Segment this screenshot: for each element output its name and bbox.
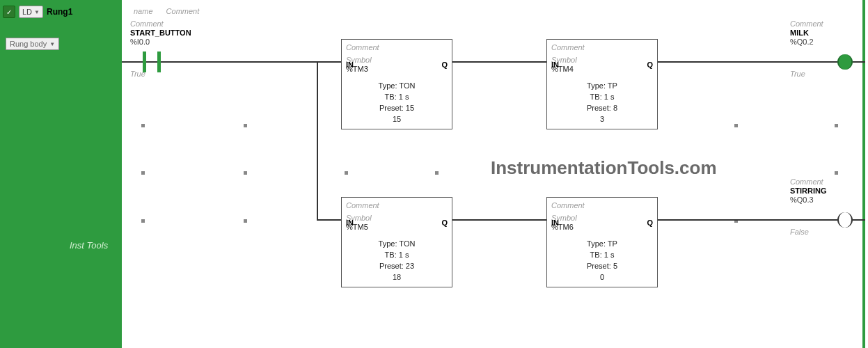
fb-q-label: Q [441, 61, 448, 69]
watermark: InstrumentationTools.com [491, 157, 717, 179]
contact-no[interactable] [143, 54, 161, 70]
fb-symbol-hint: Symbol [342, 52, 452, 65]
wire [122, 61, 143, 63]
fb-address: %TM6 [547, 223, 657, 235]
coil-milk-state: True [790, 70, 805, 79]
fb-tb: TB: 1 s [342, 91, 452, 102]
grid-dot [835, 171, 838, 175]
wire [334, 61, 341, 63]
fb-address: %TM3 [342, 65, 452, 77]
fb-current: 3 [547, 113, 657, 125]
fb-type: Type: TON [342, 238, 452, 249]
coil-stirring[interactable] [837, 212, 853, 228]
fb-q-label: Q [647, 219, 653, 227]
timer-tm6[interactable]: Comment Symbol %TM6 IN Q Type: TP TB: 1 … [546, 197, 658, 287]
fb-symbol-hint: Symbol [547, 52, 657, 65]
fb-comment: Comment [547, 40, 657, 52]
grid-dot [244, 124, 247, 127]
coil-comment: Comment [790, 19, 823, 29]
wire [853, 219, 865, 221]
fb-current: 18 [342, 271, 452, 283]
coil-milk-labels: Comment MILK %Q0.2 [790, 19, 823, 47]
grid-dot [141, 171, 145, 175]
fb-comment: Comment [342, 198, 452, 210]
rung-title: Rung1 [47, 7, 72, 17]
coil-name: MILK [790, 29, 823, 38]
coil-address: %Q0.3 [790, 196, 827, 205]
wire [658, 61, 837, 63]
timer-tm5[interactable]: Comment Symbol %TM5 IN Q Type: TON TB: 1… [341, 197, 452, 287]
fb-type: Type: TP [547, 80, 657, 91]
wire [317, 219, 341, 221]
fb-preset: Preset: 15 [342, 102, 452, 113]
contact-state: True [130, 70, 145, 79]
language-label: LD [22, 7, 32, 17]
wire [452, 61, 546, 63]
coil-name: STIRRING [790, 187, 827, 196]
coil-milk[interactable] [837, 54, 853, 70]
wire [853, 61, 865, 63]
fb-in-label: IN [551, 219, 559, 227]
fb-comment: Comment [547, 198, 657, 210]
fb-symbol-hint: Symbol [342, 210, 452, 223]
sidebar: ✓ LD ▼ Rung1 Rung body ▼ Inst Tools [0, 0, 122, 348]
contact-labels: Comment START_BUTTON %I0.0 [130, 19, 191, 47]
grid-dot [435, 171, 439, 175]
contact-address: %I0.0 [130, 38, 191, 47]
coil-stirring-state: False [790, 228, 809, 237]
fb-q-label: Q [441, 219, 448, 227]
wire [658, 219, 837, 221]
fb-q-label: Q [647, 61, 653, 69]
fb-type: Type: TON [342, 80, 452, 91]
language-selector[interactable]: LD ▼ [19, 6, 43, 18]
fb-current: 15 [342, 113, 452, 125]
validate-icon[interactable]: ✓ [3, 6, 15, 18]
rung-body-selector[interactable]: Rung body ▼ [6, 38, 59, 50]
coil-stirring-labels: Comment STIRRING %Q0.3 [790, 177, 827, 205]
chevron-down-icon: ▼ [49, 39, 55, 49]
contact-comment: Comment [130, 19, 191, 29]
ladder-canvas[interactable]: InstrumentationTools.com Comment START_B… [122, 0, 865, 348]
wire [161, 61, 334, 63]
fb-symbol-hint: Symbol [547, 210, 657, 223]
wire [452, 219, 546, 221]
fb-preset: Preset: 5 [547, 260, 657, 271]
fb-address: %TM4 [547, 65, 657, 77]
grid-dot [244, 171, 247, 175]
chevron-down-icon: ▼ [34, 7, 40, 17]
grid-dot [835, 124, 838, 127]
grid-dot [141, 219, 145, 223]
grid-dot [244, 219, 247, 223]
fb-tb: TB: 1 s [547, 91, 657, 102]
contact-name: START_BUTTON [130, 29, 191, 38]
timer-tm3[interactable]: Comment Symbol %TM3 IN Q Type: TON TB: 1… [341, 39, 452, 129]
fb-type: Type: TP [547, 238, 657, 249]
grid-dot [734, 124, 738, 127]
fb-preset: Preset: 23 [342, 260, 452, 271]
fb-preset: Preset: 8 [547, 102, 657, 113]
fb-current: 0 [547, 271, 657, 283]
fb-tb: TB: 1 s [342, 249, 452, 260]
rung-body-label: Rung body [10, 39, 47, 49]
watermark-small: Inst Tools [70, 240, 108, 251]
fb-comment: Comment [342, 40, 452, 52]
fb-in-label: IN [551, 61, 559, 69]
coil-address: %Q0.2 [790, 38, 823, 47]
timer-tm4[interactable]: Comment Symbol %TM4 IN Q Type: TP TB: 1 … [546, 39, 658, 129]
grid-dot [141, 124, 145, 127]
fb-in-label: IN [346, 61, 354, 69]
rung-header-row: ✓ LD ▼ Rung1 [3, 6, 72, 18]
wire [317, 61, 318, 220]
fb-in-label: IN [346, 219, 354, 227]
fb-tb: TB: 1 s [547, 249, 657, 260]
coil-comment: Comment [790, 177, 827, 187]
grid-dot [345, 171, 348, 175]
fb-address: %TM5 [342, 223, 452, 235]
